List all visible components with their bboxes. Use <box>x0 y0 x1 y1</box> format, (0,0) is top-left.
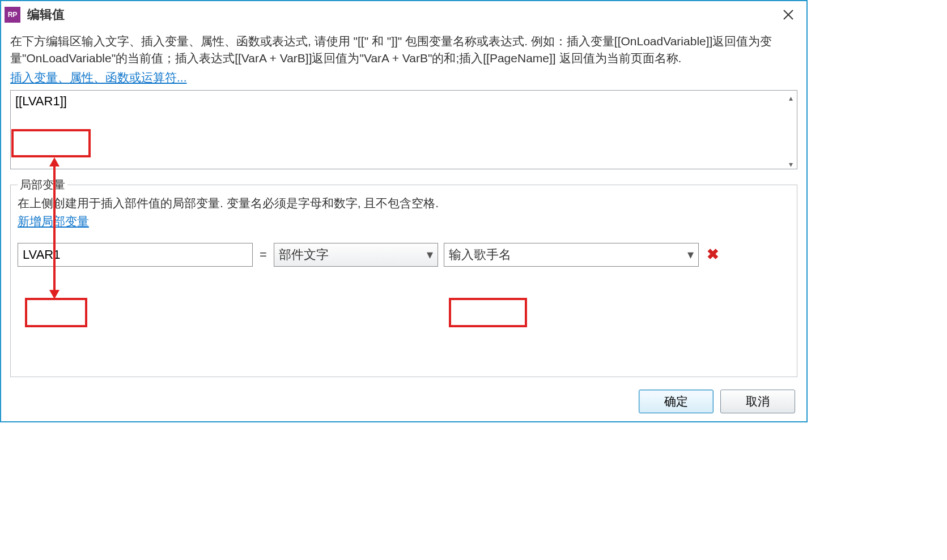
variable-type-dropdown[interactable]: 部件文字 ▾ <box>274 243 438 267</box>
equals-label: = <box>258 247 268 262</box>
add-local-variable-link[interactable]: 新增局部变量 <box>18 213 89 229</box>
app-icon: RP <box>5 7 20 23</box>
titlebar: RP 编辑值 <box>1 1 806 28</box>
dialog-title: 编辑值 <box>27 6 776 23</box>
insert-variable-link[interactable]: 插入变量、属性、函数或运算符... <box>10 70 187 86</box>
dialog-footer: 确定 取消 <box>10 390 797 413</box>
scroll-up-icon[interactable]: ▴ <box>786 93 795 102</box>
variable-target-value: 输入歌手名 <box>449 246 511 263</box>
local-variables-fieldset: 局部变量 在上侧创建用于插入部件值的局部变量. 变量名必须是字母和数字, 且不包… <box>10 185 797 377</box>
variable-target-dropdown[interactable]: 输入歌手名 ▾ <box>444 243 699 267</box>
cancel-button[interactable]: 取消 <box>720 390 795 413</box>
chevron-down-icon: ▾ <box>427 247 433 262</box>
dialog-content: 在下方编辑区输入文字、插入变量、属性、函数或表达式, 请使用 "[[" 和 "]… <box>1 28 806 421</box>
expression-input[interactable] <box>10 90 797 169</box>
edit-value-dialog: RP 编辑值 在下方编辑区输入文字、插入变量、属性、函数或表达式, 请使用 "[… <box>0 0 808 422</box>
expression-wrapper: ▴ ▾ <box>10 90 797 172</box>
help-text: 在下方编辑区输入文字、插入变量、属性、函数或表达式, 请使用 "[[" 和 "]… <box>10 33 797 67</box>
variable-name-input[interactable] <box>18 243 253 267</box>
local-variables-help: 在上侧创建用于插入部件值的局部变量. 变量名必须是字母和数字, 且不包含空格. <box>18 195 790 211</box>
chevron-down-icon: ▾ <box>687 247 694 262</box>
local-variables-legend: 局部变量 <box>18 177 67 193</box>
close-button[interactable] <box>776 5 801 25</box>
ok-button[interactable]: 确定 <box>639 390 714 413</box>
local-variable-row: = 部件文字 ▾ 输入歌手名 ▾ ✖ <box>18 243 790 267</box>
close-icon <box>782 8 795 21</box>
delete-variable-button[interactable]: ✖ <box>704 246 721 263</box>
scroll-down-icon[interactable]: ▾ <box>786 160 795 169</box>
variable-type-value: 部件文字 <box>279 246 329 263</box>
